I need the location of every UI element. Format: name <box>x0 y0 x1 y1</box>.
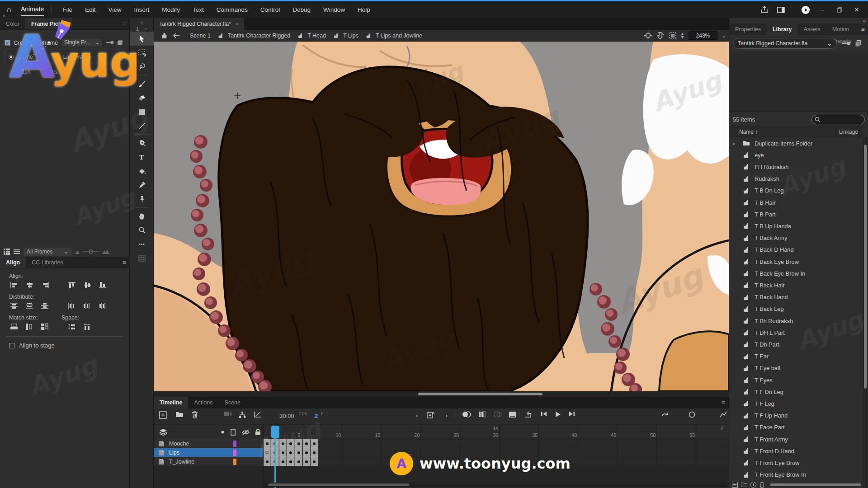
keyframe-cell[interactable] <box>295 448 302 457</box>
test-movie-play-icon[interactable] <box>799 4 812 16</box>
library-document-select[interactable]: Tantirk Rigged Character.fla ⌄ <box>733 38 837 49</box>
workspace-layout-icon[interactable] <box>774 4 787 16</box>
menu-insert[interactable]: Insert <box>127 1 156 18</box>
distribute-left-button[interactable] <box>67 302 77 310</box>
keyframe-cell[interactable] <box>287 457 294 466</box>
delete-trash-icon[interactable] <box>192 411 198 418</box>
asset-warp-pin-tool[interactable] <box>130 192 154 206</box>
match-height-button[interactable] <box>24 323 34 331</box>
keyframe-cell[interactable] <box>311 457 318 466</box>
keyframe-cell[interactable] <box>287 448 294 457</box>
space-vertical-button[interactable] <box>67 323 77 331</box>
keyframe-cell[interactable] <box>287 439 294 448</box>
layer-frames-mooche[interactable] <box>264 439 729 448</box>
library-item[interactable]: T Face Part <box>729 422 863 433</box>
distribute-middle-button[interactable] <box>24 302 34 310</box>
column-name[interactable]: Name ↑ <box>739 129 758 135</box>
new-folder-icon[interactable] <box>175 411 184 418</box>
toolbar-collapse-icon[interactable]: « <box>130 18 153 25</box>
keyframe-cell[interactable] <box>264 439 271 448</box>
align-top-button[interactable] <box>67 281 77 289</box>
zoom-stepper[interactable]: ▲▼ <box>680 33 684 39</box>
new-symbol-icon[interactable] <box>732 482 738 488</box>
panel-menu-icon[interactable]: ≡ <box>861 23 865 35</box>
delete-trash-icon[interactable] <box>760 482 764 488</box>
layer-name-row-t_jowline[interactable]: T_Jowline <box>154 457 263 466</box>
auto-keyframe-icon[interactable]: A <box>427 411 435 418</box>
paint-bucket-tool[interactable] <box>130 164 154 178</box>
library-item[interactable]: T F Leg <box>729 398 863 409</box>
timeline-menu-icon[interactable]: ≡ <box>722 397 725 408</box>
pin-icon[interactable] <box>106 40 114 45</box>
keyframe-cell[interactable] <box>279 448 287 457</box>
align-center-h-button[interactable] <box>24 281 34 289</box>
tab-color[interactable]: Color <box>0 18 25 29</box>
library-item[interactable]: T Ear <box>729 351 863 362</box>
scrollbar-thumb[interactable] <box>268 483 409 486</box>
align-to-stage-checkbox[interactable] <box>9 343 14 348</box>
properties-info-icon[interactable] <box>750 482 756 488</box>
library-item[interactable]: T Back Hair <box>729 279 863 291</box>
column-linkage[interactable]: Linkage <box>839 129 858 135</box>
tab-library[interactable]: Library <box>767 23 797 35</box>
layer-name-row-mooche[interactable]: Mooche <box>154 439 263 448</box>
library-item[interactable]: T Eyes <box>729 374 863 386</box>
keyframe-cell[interactable] <box>311 439 318 448</box>
step-forward-icon[interactable] <box>569 411 575 417</box>
keyframe-cell[interactable] <box>279 457 287 466</box>
timeline-horizontal-scrollbar[interactable] <box>264 483 729 487</box>
menu-modify[interactable]: Modify <box>156 1 186 18</box>
new-folder-icon[interactable] <box>741 482 747 487</box>
library-item[interactable]: T Front D Hand <box>729 445 863 457</box>
current-frame-value[interactable]: 2 <box>315 413 318 419</box>
new-layer-icon[interactable] <box>159 411 167 419</box>
pin-library-icon[interactable] <box>841 41 850 46</box>
menu-help[interactable]: Help <box>351 1 377 18</box>
highlight-dot-icon[interactable] <box>221 431 224 434</box>
onion-skin-icon[interactable] <box>462 411 471 418</box>
library-item[interactable]: T Back Eye Brow In <box>729 267 863 279</box>
layer-color-swatch[interactable] <box>233 450 236 456</box>
layer-name-row-lips[interactable]: Lips <box>154 448 263 457</box>
menu-text[interactable]: Text <box>186 1 210 18</box>
window-restore-button[interactable] <box>833 4 846 16</box>
fps-value[interactable]: 30.00 <box>279 413 294 419</box>
library-item[interactable]: T Back Leg <box>729 303 863 315</box>
scrollbar-thumb[interactable] <box>770 483 861 486</box>
library-item[interactable]: Rudraksh <box>729 173 863 185</box>
keyframe-cell[interactable] <box>279 439 287 448</box>
insert-frame-icon[interactable] <box>509 411 517 418</box>
library-item[interactable]: T Back Eye Brow <box>729 256 863 267</box>
menu-view[interactable]: View <box>102 1 127 18</box>
document-tab[interactable]: Tantirk Rigged Character.fla* × <box>154 18 244 30</box>
library-vertical-scrollbar[interactable] <box>863 137 868 488</box>
scrollbar-thumb[interactable] <box>864 145 867 389</box>
eraser-tool[interactable] <box>130 91 154 105</box>
tab-actions[interactable]: Actions <box>188 397 218 408</box>
keyframe-cell[interactable] <box>303 439 310 448</box>
panel-menu-icon[interactable]: ≡ <box>123 257 126 268</box>
menu-window[interactable]: Window <box>317 1 351 18</box>
scene-clapper-icon[interactable] <box>161 33 168 39</box>
library-item[interactable]: T Eye ball <box>729 362 863 374</box>
library-item[interactable]: T Bh Rudraksh <box>729 315 863 327</box>
hide-eye-icon[interactable] <box>241 429 250 436</box>
resize-timeline-view-icon[interactable] <box>689 411 695 418</box>
tab-align[interactable]: Align <box>0 257 26 268</box>
align-bottom-button[interactable] <box>98 281 108 289</box>
library-item[interactable]: T Dh Part <box>729 338 863 350</box>
library-item[interactable]: T B Part <box>729 208 863 220</box>
zoom-dropdown-chevron[interactable]: ⌄ <box>722 33 726 39</box>
toolbar-menu-icon[interactable]: ≡ <box>144 26 147 32</box>
library-item[interactable]: FH Rudraksh <box>729 161 863 173</box>
scrollbar-thumb[interactable] <box>418 393 542 395</box>
onion-skin-outline-icon[interactable] <box>478 411 486 418</box>
library-item[interactable]: T DH L Part <box>729 327 863 338</box>
edit-multiple-frames-icon[interactable] <box>494 411 502 418</box>
create-keyframe-checkbox[interactable]: ✓ <box>5 40 10 46</box>
app-brand-animate[interactable]: Animate <box>18 1 51 18</box>
library-item[interactable]: T B Dn Leg <box>729 185 863 197</box>
layer-color-swatch[interactable] <box>233 459 236 465</box>
lock-icon[interactable] <box>255 428 261 436</box>
tab-frame-picker[interactable]: Frame Picker <box>25 18 73 29</box>
